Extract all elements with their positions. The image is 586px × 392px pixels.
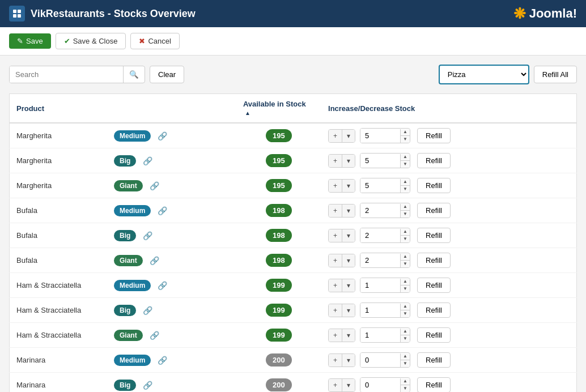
decrement-button[interactable]: ▾ [342, 354, 355, 367]
inc-dec-wrap: + ▾ [328, 254, 355, 267]
qty-down-button[interactable]: ▼ [401, 385, 410, 392]
save-close-button[interactable]: ✔ Save & Close [56, 33, 126, 49]
qty-down-button[interactable]: ▼ [401, 136, 410, 143]
qty-down-button[interactable]: ▼ [401, 310, 410, 317]
increment-button[interactable]: + [329, 254, 342, 267]
refill-button[interactable]: Refill [417, 128, 451, 143]
refill-button[interactable]: Refill [417, 352, 451, 368]
qty-up-button[interactable]: ▲ [401, 353, 410, 360]
qty-input[interactable] [360, 353, 400, 367]
qty-up-button[interactable]: ▲ [401, 204, 410, 211]
increment-button[interactable]: + [329, 329, 342, 342]
qty-down-button[interactable]: ▼ [401, 261, 410, 267]
qty-input[interactable] [360, 378, 400, 392]
qty-up-button[interactable]: ▲ [401, 129, 410, 136]
decrement-button[interactable]: ▾ [342, 329, 355, 342]
qty-up-button[interactable]: ▲ [401, 279, 410, 286]
qty-up-button[interactable]: ▲ [401, 254, 410, 261]
link-icon[interactable]: 🔗 [158, 131, 167, 140]
refill-button[interactable]: Refill [417, 253, 451, 268]
qty-input[interactable] [360, 203, 400, 218]
product-cell: Ham & Stracciatella Giant 🔗 [10, 323, 236, 348]
increment-button[interactable]: + [329, 379, 342, 391]
col-available-header[interactable]: Available in Stock ▲ [236, 94, 321, 123]
decrement-button[interactable]: ▾ [342, 254, 355, 267]
qty-spinner: ▲ ▼ [400, 254, 410, 267]
refill-all-button[interactable]: Refill All [534, 66, 577, 83]
link-icon[interactable]: 🔗 [143, 381, 152, 390]
stock-controls: + ▾ ▲ ▼ Refill [328, 128, 570, 143]
stock-controls: + ▾ ▲ ▼ Refill [328, 377, 570, 392]
qty-input-wrap: ▲ ▼ [360, 253, 410, 268]
save-button[interactable]: ✎ Save [9, 33, 51, 49]
qty-up-button[interactable]: ▲ [401, 229, 410, 236]
search-button[interactable]: 🔍 [123, 66, 145, 83]
decrement-button[interactable]: ▾ [342, 204, 355, 217]
qty-down-button[interactable]: ▼ [401, 236, 410, 242]
qty-input[interactable] [360, 129, 400, 143]
qty-down-button[interactable]: ▼ [401, 161, 410, 168]
decrement-button[interactable]: ▾ [342, 304, 355, 317]
clear-button[interactable]: Clear [150, 66, 184, 83]
qty-up-button[interactable]: ▲ [401, 179, 410, 186]
decrement-button[interactable]: ▾ [342, 279, 355, 292]
stock-count: 199 [266, 279, 292, 292]
qty-input[interactable] [360, 328, 400, 342]
increment-button[interactable]: + [329, 130, 342, 142]
increment-button[interactable]: + [329, 204, 342, 217]
search-input[interactable] [10, 66, 123, 83]
decrement-button[interactable]: ▾ [342, 229, 355, 242]
link-icon[interactable]: 🔗 [150, 331, 159, 340]
link-icon[interactable]: 🔗 [158, 206, 167, 215]
qty-input[interactable] [360, 178, 400, 193]
link-icon[interactable]: 🔗 [158, 281, 167, 290]
product-name: Margherita [16, 156, 107, 165]
qty-down-button[interactable]: ▼ [401, 286, 410, 292]
decrement-button[interactable]: ▾ [342, 180, 355, 192]
qty-down-button[interactable]: ▼ [401, 360, 410, 367]
category-select[interactable]: Pizza Pasta Salads Desserts [439, 65, 529, 84]
qty-input[interactable] [360, 228, 400, 242]
qty-spinner: ▲ ▼ [400, 378, 410, 392]
decrement-button[interactable]: ▾ [342, 379, 355, 391]
link-icon[interactable]: 🔗 [150, 256, 159, 265]
refill-button[interactable]: Refill [417, 327, 451, 343]
increment-button[interactable]: + [329, 180, 342, 192]
table-row: Ham & Stracciatella Medium 🔗 199 + ▾ [10, 273, 577, 298]
increment-button[interactable]: + [329, 304, 342, 317]
qty-spinner: ▲ ▼ [400, 279, 410, 292]
decrement-button[interactable]: ▾ [342, 155, 355, 167]
qty-input[interactable] [360, 253, 400, 267]
refill-button[interactable]: Refill [417, 203, 451, 218]
link-icon[interactable]: 🔗 [143, 156, 152, 165]
link-icon[interactable]: 🔗 [143, 231, 152, 240]
link-icon[interactable]: 🔗 [143, 306, 152, 315]
qty-up-button[interactable]: ▲ [401, 304, 410, 310]
qty-up-button[interactable]: ▲ [401, 329, 410, 335]
refill-button[interactable]: Refill [417, 228, 451, 243]
refill-button[interactable]: Refill [417, 178, 451, 193]
link-icon[interactable]: 🔗 [158, 356, 167, 365]
qty-input[interactable] [360, 154, 400, 168]
qty-input[interactable] [360, 303, 400, 317]
refill-button[interactable]: Refill [417, 153, 451, 168]
refill-button[interactable]: Refill [417, 278, 451, 293]
link-icon[interactable]: 🔗 [150, 181, 159, 190]
increment-button[interactable]: + [329, 279, 342, 292]
refill-button[interactable]: Refill [417, 377, 451, 392]
qty-down-button[interactable]: ▼ [401, 211, 410, 218]
increment-button[interactable]: + [329, 229, 342, 242]
qty-up-button[interactable]: ▲ [401, 154, 410, 161]
table-row: Bufala Big 🔗 198 + ▾ [10, 223, 577, 248]
qty-down-button[interactable]: ▼ [401, 186, 410, 193]
qty-up-button[interactable]: ▲ [401, 378, 410, 385]
qty-down-button[interactable]: ▼ [401, 335, 410, 342]
qty-input[interactable] [360, 278, 400, 292]
search-wrap: 🔍 [9, 66, 145, 83]
available-stock-cell: 199 [236, 273, 321, 298]
refill-button[interactable]: Refill [417, 302, 451, 318]
cancel-button[interactable]: ✖ Cancel [130, 33, 179, 49]
decrement-button[interactable]: ▾ [342, 130, 355, 142]
increment-button[interactable]: + [329, 155, 342, 167]
increment-button[interactable]: + [329, 354, 342, 367]
